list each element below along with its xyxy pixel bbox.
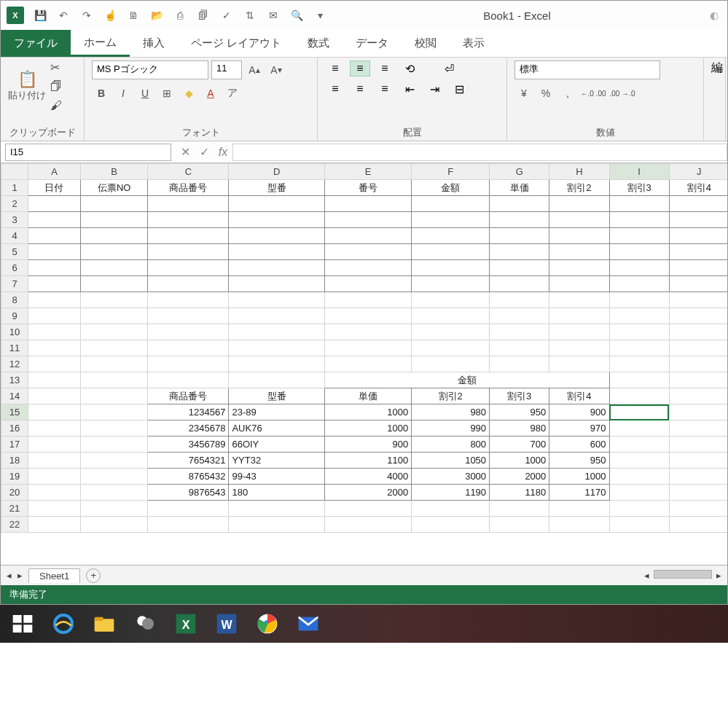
cell-F17[interactable]: 800 [412,437,490,453]
word-task-icon[interactable]: W [208,608,245,640]
row-header-4[interactable]: 4 [1,228,28,244]
cell-A10[interactable] [28,324,81,340]
cell-B14[interactable] [80,388,148,404]
cell-H7[interactable] [549,276,609,292]
cell-I18[interactable] [609,453,669,469]
qat-dropdown-icon[interactable]: ▾ [313,8,327,23]
col-header-C[interactable]: C [148,164,229,180]
cell-A2[interactable] [28,196,81,212]
decrease-decimal-icon[interactable]: .00 →.0 [609,84,635,103]
cell-E15[interactable]: 1000 [324,404,411,420]
cell-E22[interactable] [324,517,411,533]
comma-icon[interactable]: , [558,84,577,103]
cell-F1[interactable]: 金額 [412,180,490,196]
col-header-J[interactable]: J [669,164,727,180]
cell-I3[interactable] [609,212,669,228]
new-doc-icon[interactable]: 🗎 [126,8,141,23]
cell-G17[interactable]: 700 [490,437,549,453]
cell-E14[interactable]: 単価 [324,388,411,404]
cell-C21[interactable] [148,501,229,517]
cell-D21[interactable] [229,501,325,517]
cell-C18[interactable]: 7654321 [148,453,229,469]
number-format-select[interactable]: 標準 [514,60,660,79]
cell-J5[interactable] [669,244,727,260]
cell-A1[interactable]: 日付 [28,180,81,196]
cell-G20[interactable]: 1180 [490,485,549,501]
sort-icon[interactable]: ⇅ [243,8,257,23]
select-all-corner[interactable] [1,164,28,180]
row-header-20[interactable]: 20 [1,485,28,501]
cell-F7[interactable] [412,276,490,292]
cell-B16[interactable] [80,420,148,437]
cell-J19[interactable] [669,469,727,485]
cell-B11[interactable] [80,340,148,356]
cell-B6[interactable] [80,260,148,276]
cell-H6[interactable] [549,260,609,276]
cell-A16[interactable] [28,420,81,437]
cell-G7[interactable] [490,276,549,292]
col-header-D[interactable]: D [229,164,325,180]
cell-J17[interactable] [669,437,727,453]
cell-H11[interactable] [549,340,609,356]
font-name-select[interactable]: MS Pゴシック [92,60,208,79]
cell-C7[interactable] [148,276,229,292]
fx-icon[interactable]: fx [214,143,232,162]
tab-view[interactable]: 表示 [450,30,498,57]
hscroll-thumb[interactable] [654,570,712,579]
cell-E12[interactable] [324,356,411,372]
cell-B19[interactable] [80,469,148,485]
cancel-formula-icon[interactable]: ✕ [176,143,195,162]
cell-C9[interactable] [148,308,229,324]
cell-I1[interactable]: 割引3 [609,180,669,196]
cell-D17[interactable]: 66OIY [229,437,325,453]
cell-H14[interactable]: 割引4 [549,388,609,404]
cell-B17[interactable] [80,437,148,453]
cell-D11[interactable] [229,340,325,356]
cell-B21[interactable] [80,501,148,517]
cell-D2[interactable] [229,196,325,212]
cell-A7[interactable] [28,276,81,292]
cell-G10[interactable] [490,324,549,340]
chrome-icon[interactable] [249,608,286,640]
cell-F12[interactable] [412,356,490,372]
touch-mode-icon[interactable]: ☝ [103,8,117,23]
cell-C5[interactable] [148,244,229,260]
cell-E1[interactable]: 番号 [324,180,411,196]
col-header-B[interactable]: B [80,164,148,180]
row-header-22[interactable]: 22 [1,517,28,533]
col-header-H[interactable]: H [549,164,609,180]
wrap-text-icon[interactable]: ⏎ [439,60,459,77]
col-header-E[interactable]: E [324,164,411,180]
cell-F2[interactable] [412,196,490,212]
cell-I7[interactable] [609,276,669,292]
increase-font-icon[interactable]: A▴ [245,60,264,79]
cell-D19[interactable]: 99-43 [229,469,325,485]
cell-A20[interactable] [28,485,81,501]
cell-D10[interactable] [229,324,325,340]
cell-E9[interactable] [324,308,411,324]
cell-C13[interactable] [148,372,229,388]
cell-E6[interactable] [324,260,411,276]
cell-H1[interactable]: 割引2 [549,180,609,196]
cell-A17[interactable] [28,437,81,453]
percent-icon[interactable]: % [536,84,555,103]
cell-G6[interactable] [490,260,549,276]
cell-I16[interactable] [609,420,669,437]
cell-C1[interactable]: 商品番号 [148,180,229,196]
cell-H5[interactable] [549,244,609,260]
cell-A6[interactable] [28,260,81,276]
cell-E11[interactable] [324,340,411,356]
cell-B4[interactable] [80,228,148,244]
borders-icon[interactable]: ⊞ [157,84,176,103]
cell-E8[interactable] [324,292,411,308]
cell-C16[interactable]: 2345678 [148,420,229,437]
cell-A18[interactable] [28,453,81,469]
start-button[interactable] [4,608,41,640]
cell-G11[interactable] [490,340,549,356]
cell-B9[interactable] [80,308,148,324]
cell-C17[interactable]: 3456789 [148,437,229,453]
cell-D6[interactable] [229,260,325,276]
cell-C6[interactable] [148,260,229,276]
cell-C19[interactable]: 8765432 [148,469,229,485]
tab-pagelayout[interactable]: ページ レイアウト [178,30,294,57]
